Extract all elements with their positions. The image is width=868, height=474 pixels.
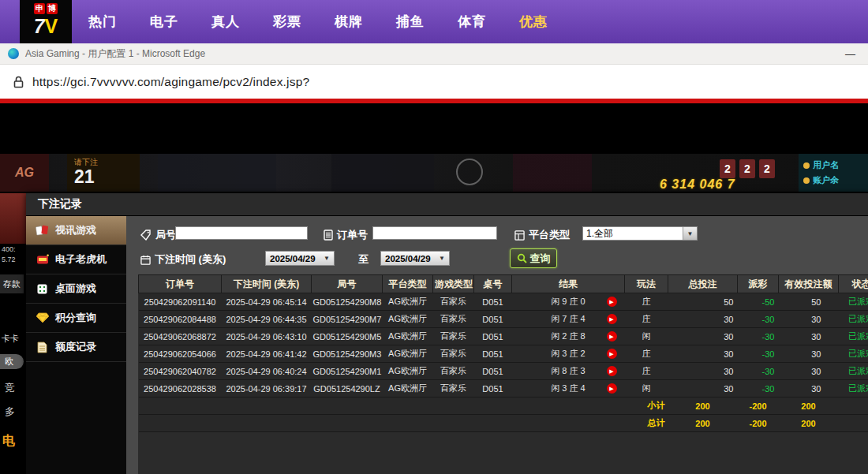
- slot-machine-icon: [36, 254, 49, 265]
- cell-order: 250429062068872: [139, 328, 222, 345]
- left-menu-item[interactable]: 电: [2, 433, 15, 450]
- dice-icon: [36, 283, 49, 295]
- nav-item-live[interactable]: 真人: [211, 13, 240, 31]
- address-bar: https://gci.7vvvvvv.com/agingame/pcv2/in…: [0, 65, 868, 99]
- bet-time-label: 下注时间 (美东): [140, 252, 226, 267]
- casino-banner-band: AG 请下注 21 2 2 2 6 314 046 7 用户名 账户余: [0, 154, 868, 192]
- total-validbet: 200: [779, 415, 839, 432]
- cell-platform: AG欧洲厅: [383, 293, 433, 311]
- cell-order: 250429062091140: [139, 293, 222, 311]
- replay-play-icon[interactable]: ▶: [607, 366, 617, 376]
- cell-game: 百家乐: [433, 363, 474, 380]
- cell-result: 闲 8 庄 3▶: [512, 363, 625, 380]
- col-platform: 平台类型: [383, 275, 433, 293]
- banner-dim-block: [158, 154, 276, 192]
- cell-platform: AG欧洲厅: [383, 345, 433, 363]
- address-url[interactable]: https://gci.7vvvvvv.com/agingame/pcv2/in…: [32, 75, 309, 89]
- total-row: 总计 200 -200 200: [139, 415, 868, 432]
- left-menu-item[interactable]: 多: [5, 405, 15, 419]
- tag-icon: [140, 230, 152, 241]
- col-totalbet: 总投注: [668, 275, 738, 293]
- cell-game: 百家乐: [433, 328, 474, 345]
- replay-play-icon[interactable]: ▶: [607, 297, 617, 307]
- replay-play-icon[interactable]: ▶: [607, 314, 617, 324]
- cell-order: 250429062040782: [139, 363, 222, 380]
- sidebar-item-table-games[interactable]: 桌面游戏: [26, 274, 126, 304]
- col-status: 状态: [839, 275, 868, 293]
- col-result: 结果: [512, 275, 625, 293]
- logo-char-2: 博: [47, 3, 58, 14]
- cell-totalbet: 30: [668, 311, 738, 328]
- platform-type-label: 平台类型: [514, 228, 570, 242]
- nav-item-sports[interactable]: 体育: [458, 13, 486, 31]
- col-table: 桌号: [474, 275, 512, 293]
- cell-status: 已派彩: [839, 311, 868, 328]
- left-menu-item[interactable]: 竞: [5, 381, 15, 395]
- diamond-icon: [36, 312, 49, 323]
- subtotal-validbet: 200: [779, 397, 839, 415]
- balance-label: 账户余: [813, 173, 839, 188]
- list-icon: [514, 230, 525, 241]
- sidebar-item-slot-machines[interactable]: 电子老虎机: [26, 245, 126, 274]
- nav-item-lottery[interactable]: 彩票: [273, 13, 301, 31]
- platform-type-select[interactable]: 1.全部 ▼: [582, 226, 698, 241]
- nav-item-slots[interactable]: 电子: [150, 13, 178, 31]
- table-row: 250429062028538 2025-04-29 06:39:17 GD05…: [139, 380, 868, 397]
- cell-betside: 闲: [625, 328, 668, 345]
- replay-play-icon[interactable]: ▶: [607, 383, 617, 394]
- nav-item-boardgames[interactable]: 棋牌: [335, 13, 363, 31]
- modal-title: 下注记录: [26, 193, 868, 216]
- jackpot-counter: 6 314 046 7: [660, 177, 735, 192]
- cell-time: 2025-04-29 06:43:10: [222, 328, 312, 345]
- cell-betside: 庄: [625, 293, 668, 311]
- search-icon: [517, 253, 527, 263]
- table-row: 250429062084488 2025-04-29 06:44:35 GD05…: [139, 311, 868, 328]
- col-time: 下注时间 (美东): [222, 275, 312, 293]
- sidebar-item-label: 额度记录: [55, 340, 96, 354]
- chevron-down-icon[interactable]: ▼: [683, 227, 697, 240]
- cell-table: D051: [474, 328, 512, 345]
- replay-play-icon[interactable]: ▶: [607, 331, 617, 342]
- cell-round: GD051254290LZ: [312, 380, 383, 397]
- table-row: 250429062054066 2025-04-29 06:41:42 GD05…: [139, 345, 868, 363]
- replay-play-icon[interactable]: ▶: [607, 349, 617, 359]
- cell-game: 百家乐: [433, 293, 474, 311]
- order-no-input[interactable]: [372, 226, 497, 240]
- nav-item-hot[interactable]: 热门: [88, 13, 117, 31]
- window-titlebar: Asia Gaming - 用户配置 1 - Microsoft Edge —: [0, 43, 868, 65]
- logo-7v: 7V: [34, 14, 58, 38]
- sidebar-item-credit-records[interactable]: 额度记录: [26, 333, 126, 362]
- table-row: 250429062068872 2025-04-29 06:43:10 GD05…: [139, 328, 868, 345]
- main-menu: 热门 电子 真人 彩票 棋牌 捕鱼 体育 优惠: [88, 13, 548, 31]
- col-payout: 派彩: [738, 275, 779, 293]
- cell-round: GD051254290M1: [312, 363, 383, 380]
- date-from-picker[interactable]: 2025/04/29 ▼: [265, 251, 335, 266]
- cell-table: D051: [474, 345, 512, 363]
- site-logo[interactable]: 申 博 7V: [20, 0, 72, 43]
- minimize-button[interactable]: —: [840, 48, 860, 60]
- cell-table: D051: [474, 311, 512, 328]
- cell-platform: AG欧洲厅: [383, 363, 433, 380]
- cell-payout: -30: [738, 345, 779, 363]
- cell-table: D051: [474, 363, 512, 380]
- search-button[interactable]: 查询: [510, 248, 557, 268]
- nav-item-promotions[interactable]: 优惠: [519, 13, 548, 31]
- sidebar-item-video-games[interactable]: 视讯游戏: [26, 216, 126, 245]
- nav-item-fishing[interactable]: 捕鱼: [396, 13, 425, 31]
- lock-icon: [13, 76, 24, 88]
- date-to-picker[interactable]: 2025/04/29 ▼: [380, 251, 450, 266]
- cell-validbet: 30: [779, 380, 839, 397]
- page-background: AG 请下注 21 2 2 2 6 314 046 7 用户名 账户余 400:…: [0, 103, 868, 474]
- sidebar-item-points-query[interactable]: 积分查询: [26, 304, 126, 333]
- cell-payout: -30: [738, 328, 779, 345]
- banner-dim-block: [331, 154, 434, 192]
- left-menu-deposit[interactable]: 存款: [0, 274, 24, 293]
- cell-round: GD051254290M7: [312, 311, 383, 328]
- round-no-input[interactable]: [175, 226, 308, 240]
- left-menu-pill[interactable]: 欧: [0, 354, 24, 369]
- cell-totalbet: 50: [668, 293, 738, 311]
- left-menu-card[interactable]: 卡卡: [2, 333, 19, 345]
- cell-payout: -30: [738, 363, 779, 380]
- reel-digit: 2: [759, 159, 775, 178]
- cell-totalbet: 30: [668, 380, 738, 397]
